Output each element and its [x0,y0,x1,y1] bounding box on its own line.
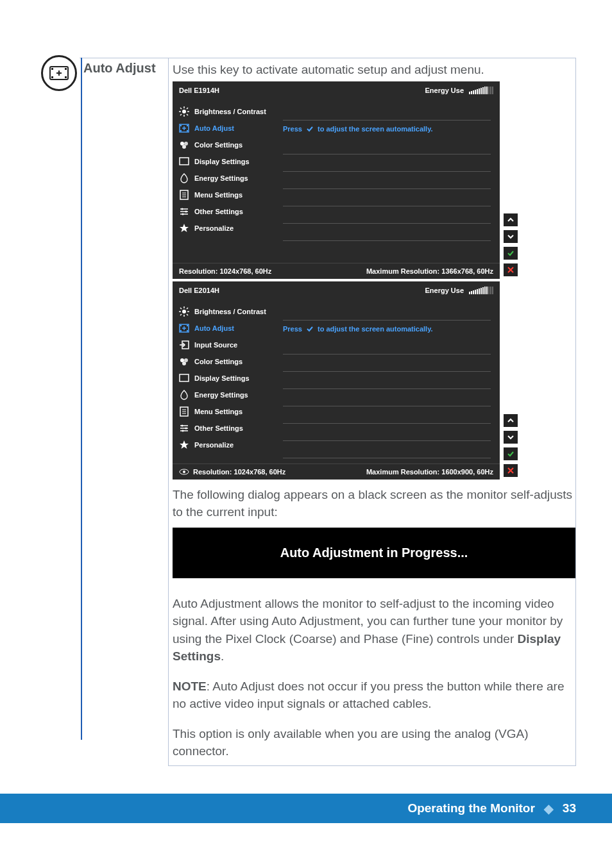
color-icon [179,356,189,367]
svg-point-24 [184,142,188,146]
nav-close-button[interactable] [504,263,518,276]
osd2-hint: Press to adjust the screen automatically… [283,321,493,337]
svg-rect-47 [180,325,182,326]
energy-icon [179,173,189,183]
osd-menu-label: Display Settings [194,158,250,165]
svg-rect-18 [187,125,188,126]
osd-menu-label: Brightness / Contrast [194,308,266,315]
close-icon [507,266,514,274]
osd-menu-label: Personalize [194,224,234,232]
brightness-icon [179,106,189,117]
svg-rect-49 [180,330,182,331]
osd-menu-item[interactable]: Energy Settings [176,170,279,187]
osd-panel-1: Dell E1914H Energy Use Brightness / Cont… [173,81,500,279]
row-label-cell: Auto Adjust [80,58,169,766]
osd-menu-item[interactable]: Input Source [176,337,279,353]
footer-section: Operating the Monitor [407,801,534,815]
osd-menu-item[interactable]: Auto Adjust [176,120,279,137]
osd-menu-label: Auto Adjust [194,324,234,332]
osd-menu-item[interactable]: Other Settings [176,203,279,220]
osd-menu-label: Energy Settings [194,174,248,182]
osd1-hint: Press to adjust the screen automatically… [283,121,493,137]
auto-adjust-button[interactable] [41,55,77,91]
svg-point-69 [183,471,185,473]
row-heading: Auto Adjust [83,61,164,76]
osd-panel-2: Dell E2014H Energy Use Brightness / Cont… [173,281,500,480]
osd-menu-item[interactable]: Display Settings [176,370,279,387]
osd-menu-item[interactable]: Other Settings [176,420,279,437]
energy-bars-icon [469,87,493,94]
osd1-resolution: Resolution: 1024x768, 60Hz [179,267,271,275]
svg-point-66 [185,427,187,429]
svg-point-56 [182,362,186,365]
svg-line-15 [180,114,182,115]
nav-close-button[interactable] [504,464,518,477]
input-icon [179,340,189,350]
osd-menu-item[interactable]: Auto Adjust [176,320,279,337]
osd-menu-item[interactable]: Menu Settings [176,403,279,420]
osd-menu-label: Other Settings [194,208,243,215]
menu-icon [179,190,189,200]
page-footer: Operating the Monitor ◆ 33 [0,794,612,823]
osd-menu-label: Display Settings [194,374,250,382]
osd-menu-item[interactable]: Personalize [176,220,279,237]
svg-point-55 [184,358,188,362]
svg-point-54 [180,358,184,362]
svg-line-43 [187,314,188,315]
other-icon [179,206,189,217]
check-icon [306,125,314,133]
svg-rect-1 [51,68,53,70]
progress-dialog: Auto Adjustment in Progress... [173,528,575,578]
osd-menu-label: Energy Settings [194,391,248,399]
chevron-up-icon [507,417,514,424]
osd-menu-label: Menu Settings [194,408,242,415]
svg-point-37 [182,310,186,313]
svg-rect-26 [180,158,189,165]
chevron-down-icon [507,433,514,441]
osd-menu-item[interactable]: Menu Settings [176,187,279,203]
nav-up-button[interactable] [504,414,518,427]
osd2-resolution: Resolution: 1024x768, 60Hz [193,468,285,476]
osd-menu-label: Other Settings [194,424,243,432]
svg-line-14 [187,108,188,109]
osd-menu-label: Input Source [194,341,237,349]
svg-rect-2 [65,68,67,70]
svg-rect-17 [180,125,182,126]
display-icon [179,156,189,167]
osd2-max-resolution: Maximum Resolution: 1600x900, 60Hz [366,468,493,476]
nav-down-button[interactable] [504,431,518,444]
row-icon-cell [36,58,80,766]
svg-point-67 [182,430,184,431]
nav-ok-button[interactable] [504,247,518,260]
svg-line-45 [180,314,182,315]
osd-menu-item[interactable]: Brightness / Contrast [176,103,279,120]
color-icon [179,140,189,150]
energy-bars-icon [469,287,493,294]
chevron-down-icon [507,233,514,240]
osd-menu-label: Personalize [194,441,234,449]
svg-point-65 [182,424,183,426]
osd-menu-item[interactable]: Personalize [176,437,279,453]
osd-menu-label: Color Settings [194,141,242,149]
svg-rect-50 [187,330,188,331]
svg-point-25 [182,145,186,149]
close-icon [507,467,514,474]
nav-ok-button[interactable] [504,447,518,460]
osd-menu-item[interactable]: Energy Settings [176,387,279,403]
osd-menu-item[interactable]: Brightness / Contrast [176,303,279,320]
nav-down-button[interactable] [504,230,518,243]
svg-rect-20 [187,130,188,131]
intro-text: Use this key to activate automatic setup… [173,61,575,79]
check-icon [507,450,514,458]
auto-adjust-icon [49,66,69,80]
osd-menu-item[interactable]: Display Settings [176,153,279,170]
para-vga: This option is only available when you a… [173,725,575,760]
nav-up-button[interactable] [504,213,518,226]
after-osd-text: The following dialog appears on a black … [173,486,575,521]
star-icon [179,440,189,450]
osd-menu-item[interactable]: Color Settings [176,137,279,153]
star-icon [179,223,189,233]
check-icon [507,249,514,257]
osd-menu-item[interactable]: Color Settings [176,353,279,370]
para-auto-adjust: Auto Adjustment allows the monitor to se… [173,595,575,665]
